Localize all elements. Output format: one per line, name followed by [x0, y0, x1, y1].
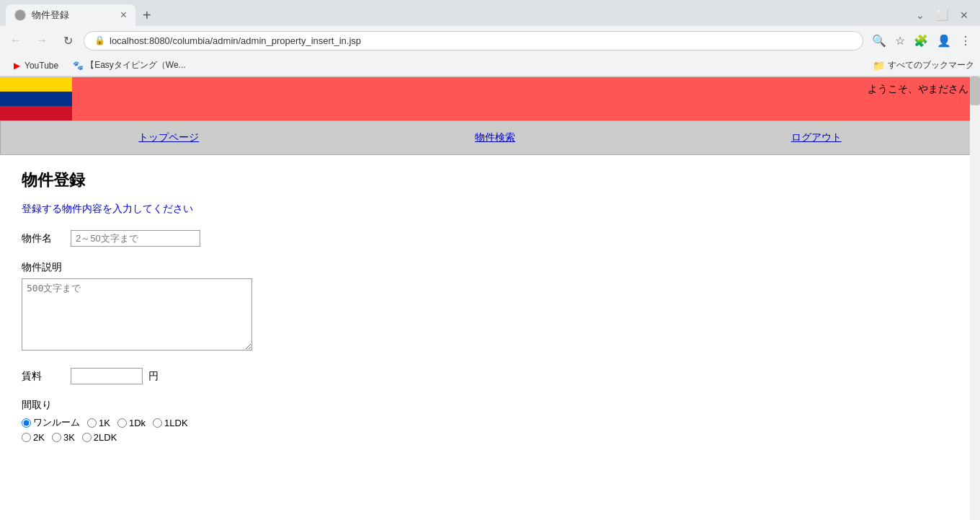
new-tab-button[interactable]: + — [138, 7, 156, 24]
active-tab[interactable]: 物件登録 × — [6, 4, 135, 26]
property-name-label: 物件名 — [22, 232, 65, 245]
rent-row: 賃料 円 — [22, 368, 670, 384]
madori-title: 間取り — [22, 399, 670, 412]
bookmark-star-icon[interactable]: ☆ — [892, 31, 908, 50]
madori-option-1k[interactable]: 1K — [87, 418, 110, 428]
url-bar[interactable]: 🔒 localhost:8080/columbia/admin/admin_pr… — [84, 31, 863, 50]
refresh-button[interactable]: ↻ — [58, 30, 78, 50]
extensions-icon[interactable]: 🧩 — [911, 31, 931, 50]
search-icon[interactable]: 🔍 — [869, 31, 889, 50]
bookmark-easytyping[interactable]: 🐾 【Easyタイピング（We... — [67, 58, 191, 73]
browser-chrome: 物件登録 × + ⌄ ⬜ ✕ ← → ↻ 🔒 localhost:8080/co… — [0, 0, 980, 77]
welcome-text: ようこそ、やまださん — [868, 83, 968, 96]
flag-yellow — [0, 77, 72, 92]
tab-title: 物件登録 — [32, 9, 69, 22]
madori-radio-1dk[interactable] — [117, 418, 127, 428]
madori-option-3k[interactable]: 3K — [52, 432, 75, 443]
property-description-textarea[interactable] — [22, 278, 252, 351]
url-text: localhost:8080/columbia/admin/admin_prop… — [110, 35, 361, 46]
address-bar: ← → ↻ 🔒 localhost:8080/columbia/admin/ad… — [0, 26, 980, 55]
back-button[interactable]: ← — [6, 30, 26, 50]
madori-label-1room: ワンルーム — [33, 416, 80, 429]
madori-label-1ldk: 1LDK — [164, 418, 188, 428]
madori-radio-1room[interactable] — [22, 418, 31, 428]
forward-button[interactable]: → — [32, 30, 52, 50]
madori-option-2k[interactable]: 2K — [22, 432, 45, 443]
site-header-right: ようこそ、やまださん — [72, 77, 980, 120]
site-logo — [0, 77, 72, 120]
scrollbar-track[interactable] — [970, 76, 980, 520]
page-body: 物件登録 登録する物件内容を入力してください 物件名 物件説明 賃料 円 間取り… — [0, 155, 692, 466]
madori-radio-group-1: ワンルーム 1K 1Dk 1LDK — [22, 416, 670, 429]
profile-icon[interactable]: 👤 — [934, 31, 954, 50]
bookmark-all-label: すべてのブックマーク — [888, 59, 974, 71]
yen-symbol: 円 — [148, 370, 159, 383]
bookmark-youtube-label: YouTube — [24, 61, 58, 71]
bookmark-easytyping-label: 【Easyタイピング（We... — [86, 59, 185, 71]
property-name-input[interactable] — [71, 230, 200, 247]
madori-radio-1k[interactable] — [87, 418, 97, 428]
nav-logout-link[interactable]: ログアウト — [762, 121, 870, 154]
lock-icon: 🔒 — [94, 35, 105, 45]
madori-label-3k: 3K — [63, 432, 75, 443]
madori-label-1dk: 1Dk — [129, 418, 146, 428]
property-name-row: 物件名 — [22, 230, 670, 247]
svg-point-0 — [15, 10, 25, 20]
bookmarks-bar: ▶ YouTube 🐾 【Easyタイピング（We... 📁 すべてのブックマー… — [0, 55, 980, 76]
nav-bar: トップページ 物件検索 ログアウト — [0, 120, 980, 155]
flag-blue — [0, 92, 72, 106]
madori-label-2k: 2K — [33, 432, 45, 443]
instruction-text: 登録する物件内容を入力してください — [22, 203, 670, 216]
madori-option-2ldk[interactable]: 2LDK — [82, 432, 117, 443]
tab-restore-icon: ⬜ — [936, 9, 948, 21]
madori-radio-3k[interactable] — [52, 433, 61, 442]
madori-option-1room[interactable]: ワンルーム — [22, 416, 80, 429]
scrollbar-thumb[interactable] — [970, 76, 980, 105]
tab-minimize-icon: ⌄ — [916, 9, 925, 21]
address-bar-actions: 🔍 ☆ 🧩 👤 ⋮ — [869, 31, 974, 50]
property-description-section: 物件説明 — [22, 261, 670, 351]
tab-controls: ⌄ ⬜ ✕ — [916, 9, 974, 21]
madori-label-2ldk: 2LDK — [94, 432, 117, 443]
madori-label-1k: 1K — [99, 418, 110, 428]
madori-section: 間取り ワンルーム 1K 1Dk 1LDK — [22, 399, 670, 443]
tab-close-button[interactable]: × — [120, 9, 127, 21]
nav-top-link[interactable]: トップページ — [110, 121, 228, 154]
page-content: ようこそ、やまださん トップページ 物件検索 ログアウト 物件登録 登録する物件… — [0, 77, 980, 520]
rent-label: 賃料 — [22, 370, 65, 383]
madori-option-1dk[interactable]: 1Dk — [117, 418, 146, 428]
bookmark-all-button[interactable]: 📁 すべてのブックマーク — [873, 59, 974, 71]
flag-red-stripe — [0, 106, 72, 120]
site-header: ようこそ、やまださん — [0, 77, 980, 120]
tab-favicon — [14, 9, 26, 21]
madori-radio-2ldk[interactable] — [82, 433, 92, 442]
tab-bar: 物件登録 × + ⌄ ⬜ ✕ — [0, 0, 980, 26]
easytyping-favicon: 🐾 — [73, 61, 83, 71]
page-title: 物件登録 — [22, 169, 670, 191]
madori-radio-2k[interactable] — [22, 433, 31, 442]
madori-radio-group-2: 2K 3K 2LDK — [22, 432, 670, 443]
bookmark-folder-icon: 📁 — [873, 60, 885, 71]
nav-search-link[interactable]: 物件検索 — [446, 121, 544, 154]
property-description-label: 物件説明 — [22, 261, 670, 274]
tab-close-icon: ✕ — [960, 9, 968, 21]
madori-radio-1ldk[interactable] — [153, 418, 162, 428]
menu-icon[interactable]: ⋮ — [957, 31, 974, 50]
madori-option-1ldk[interactable]: 1LDK — [153, 418, 188, 428]
bookmark-youtube[interactable]: ▶ YouTube — [6, 59, 64, 72]
youtube-favicon: ▶ — [12, 61, 22, 71]
rent-input[interactable] — [71, 368, 143, 384]
